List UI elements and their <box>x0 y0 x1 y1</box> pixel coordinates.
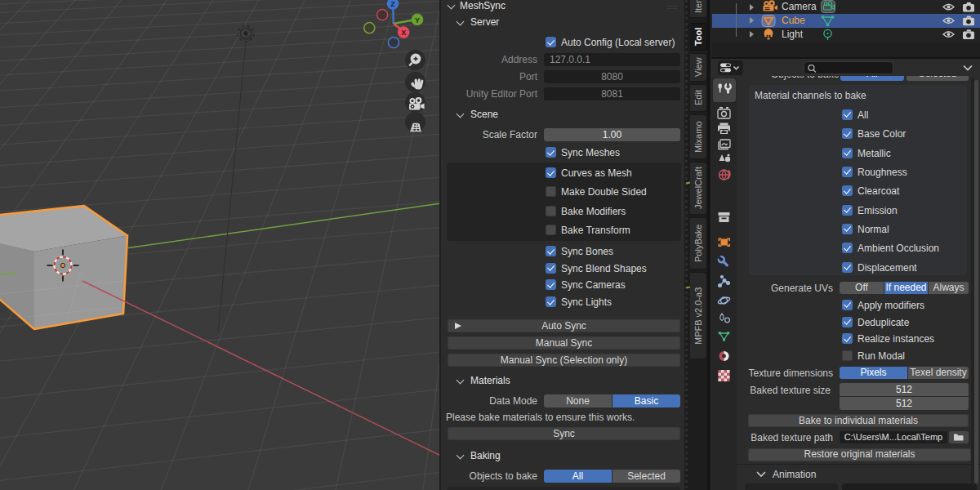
svg-text:X: X <box>401 29 406 37</box>
svg-text:Y: Y <box>415 16 420 24</box>
svg-text:Z: Z <box>390 0 395 8</box>
